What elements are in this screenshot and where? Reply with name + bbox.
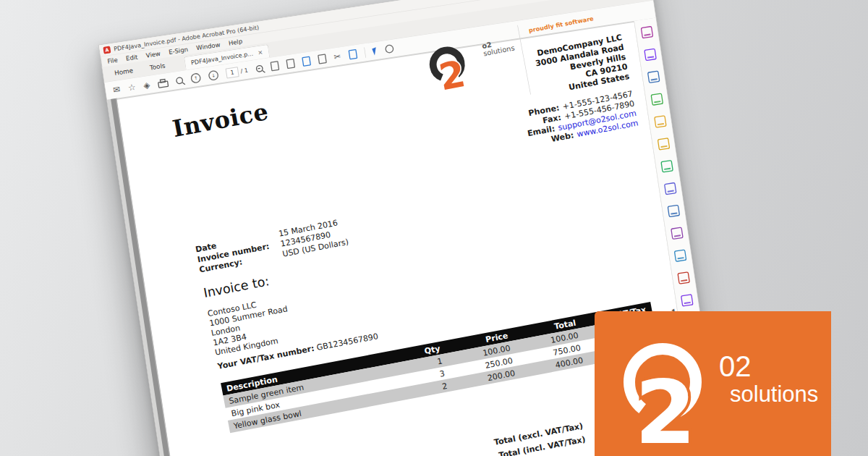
brand-card-name: solutions	[730, 383, 818, 405]
tool-edit-pdf-icon[interactable]	[647, 70, 660, 83]
next-page-icon[interactable]: ↓	[208, 69, 219, 81]
company-address-block: DemoCompany LLC 3000 Alandala RoadBeverl…	[533, 33, 631, 98]
invoice-meta-block: Date15 March 2016Invoice number:12345678…	[195, 216, 349, 275]
acrobat-app-icon: A	[103, 46, 111, 54]
invoice-title: Invoice	[170, 98, 271, 143]
brand-card-number: 02	[719, 352, 818, 381]
tool-export-pdf-icon[interactable]	[650, 93, 663, 106]
tool-organize-pages-icon[interactable]	[667, 205, 680, 218]
previous-page-icon[interactable]: ↑	[190, 72, 202, 84]
tool-protect-icon[interactable]	[664, 182, 677, 195]
svg-text:2: 2	[635, 361, 697, 456]
print-icon[interactable]	[158, 80, 169, 88]
tool-comment-icon[interactable]	[641, 26, 654, 39]
o2-logo: 2	[423, 38, 488, 96]
tool-chat-icon[interactable]	[658, 138, 671, 151]
invoice-to-heading: Invoice to:	[203, 274, 271, 300]
view-mode-icon[interactable]: ◈	[143, 80, 151, 90]
desktop-background: A PDF4Java_Invoice.pdf - Adobe Acrobat P…	[0, 0, 868, 456]
favorites-star-icon[interactable]: ☆	[127, 83, 136, 92]
tool-prepare-form-icon[interactable]	[674, 249, 687, 262]
search-icon[interactable]	[176, 76, 184, 84]
brand-card: 2 02 solutions	[595, 311, 831, 456]
logo-wordmark: o2 solutions	[481, 37, 515, 58]
current-page-input[interactable]: 1	[226, 67, 239, 78]
brand-card-wordmark: 02 solutions	[719, 352, 818, 405]
total-pages-label: / 1	[240, 67, 248, 74]
vat-number-value: GB1234567890	[316, 332, 379, 352]
o2-logo-large: 2	[610, 329, 719, 456]
bill-to-address: Contoso LLC1000 Summer RoadLondon1A2 3B4…	[207, 295, 294, 358]
close-icon[interactable]: ×	[257, 48, 263, 56]
company-contact-block: Phone:+1-555-123-4567Fax:+1-555-456-7890…	[523, 89, 639, 148]
mail-icon[interactable]: ✉	[113, 85, 121, 94]
zoom-out-icon[interactable]	[255, 64, 263, 72]
tool-fill-sign-icon[interactable]	[644, 48, 657, 62]
tool-scan-ocr-icon[interactable]	[681, 294, 694, 307]
header-divider	[517, 25, 531, 95]
tool-create-pdf-icon[interactable]	[654, 115, 667, 128]
tool-stamp-icon[interactable]	[677, 271, 690, 284]
tool-combine-files-icon[interactable]	[660, 160, 673, 173]
tool-compress-icon[interactable]	[671, 227, 684, 240]
